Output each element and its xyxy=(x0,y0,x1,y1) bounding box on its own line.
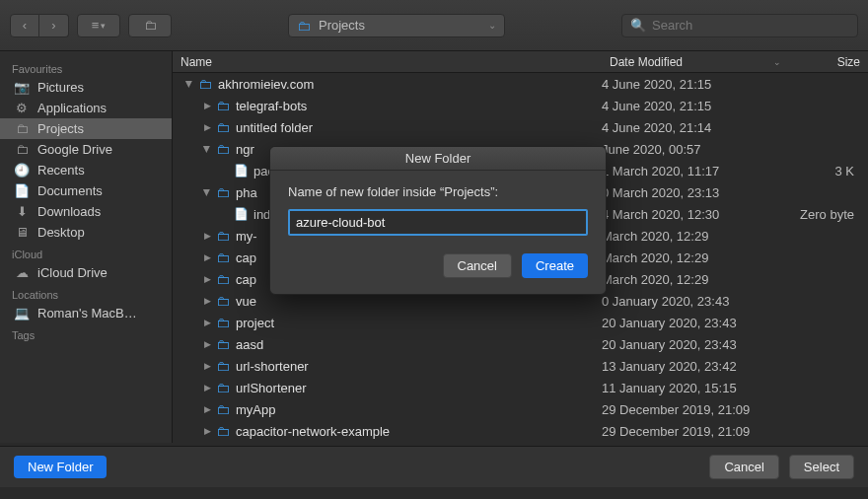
folder-icon: 🗀 xyxy=(216,271,232,287)
sidebar-item-documents[interactable]: 📄Documents xyxy=(0,180,172,201)
file-date: 4 June 2020, 21:14 xyxy=(602,120,789,135)
folder-icon: 🗀 xyxy=(216,141,232,157)
doc-icon: 📄 xyxy=(14,183,30,198)
sidebar-item-label: Roman's MacB… xyxy=(37,306,137,321)
sidebar-section-favourites: Favourites xyxy=(0,57,172,77)
sidebar-item-label: iCloud Drive xyxy=(37,265,108,280)
file-date: 29 December 2019, 21:09 xyxy=(602,402,789,417)
chevron-updown-icon: ⌄ xyxy=(488,20,496,31)
folder-name-input[interactable] xyxy=(288,209,588,236)
disclosure-triangle-icon[interactable]: ▶ xyxy=(202,361,212,371)
sidebar-item-label: Desktop xyxy=(37,225,85,240)
disclosure-triangle-icon[interactable]: ▶ xyxy=(202,404,212,414)
nav-buttons: ‹ › xyxy=(10,14,69,37)
sidebar-item-downloads[interactable]: ⬇Downloads xyxy=(0,201,172,222)
file-row[interactable]: ▶🗀capacitor-network-example29 December 2… xyxy=(173,420,868,442)
dialog-create-button[interactable]: Create xyxy=(522,253,588,278)
list-icon: ≡ xyxy=(92,18,100,33)
column-header-size[interactable]: Size xyxy=(789,55,868,69)
folder-icon: 🗀 xyxy=(216,293,232,309)
file-date: 11 January 2020, 15:15 xyxy=(602,381,789,395)
folder-icon: 🗀 xyxy=(216,250,232,265)
disclosure-triangle-icon[interactable]: ▶ xyxy=(202,122,212,132)
disclosure-triangle-icon[interactable]: ▶ xyxy=(202,383,212,392)
file-date: 20 January 2020, 23:43 xyxy=(602,337,789,352)
file-row[interactable]: ▶🗀aasd20 January 2020, 23:43 xyxy=(173,333,868,355)
select-button[interactable]: Select xyxy=(789,455,854,479)
path-dropdown[interactable]: 🗀 Projects ⌄ xyxy=(288,14,505,37)
disclosure-triangle-icon[interactable]: ▶ xyxy=(202,426,212,436)
file-row[interactable]: ▶🗀myApp29 December 2019, 21:09 xyxy=(173,398,868,420)
chevron-down-icon: ▾ xyxy=(101,21,106,31)
file-name: telegraf-bots xyxy=(236,99,307,113)
sidebar-item-google-drive[interactable]: 🗀Google Drive xyxy=(0,139,172,160)
folder-icon: 🗀 xyxy=(144,18,157,33)
sidebar-item-recents[interactable]: 🕘Recents xyxy=(0,160,172,180)
file-row[interactable]: ▶🗀telegraf-bots4 June 2020, 21:15 xyxy=(173,95,868,116)
new-folder-button[interactable]: New Folder xyxy=(14,456,107,478)
chevron-down-icon: ⌄ xyxy=(773,57,781,67)
folder-icon: 🗀 xyxy=(297,18,313,34)
back-button[interactable]: ‹ xyxy=(10,14,39,37)
file-date: March 2020, 12:29 xyxy=(602,272,789,287)
disclosure-triangle-icon[interactable]: ▶ xyxy=(202,339,212,349)
dialog-cancel-button[interactable]: Cancel xyxy=(443,253,512,278)
disclosure-triangle-icon[interactable]: ▶ xyxy=(202,187,212,197)
file-name: pha xyxy=(236,185,257,200)
disclosure-triangle-icon[interactable]: ▶ xyxy=(202,231,212,241)
column-header-name[interactable]: Name xyxy=(173,55,602,69)
file-date: June 2020, 00:57 xyxy=(602,142,789,157)
cancel-button[interactable]: Cancel xyxy=(709,455,778,479)
file-date: 0 January 2020, 23:43 xyxy=(602,294,789,309)
column-header-date[interactable]: Date Modified ⌄ xyxy=(602,55,789,69)
folder-icon: 🗀 xyxy=(216,98,232,113)
file-row[interactable]: ▶🗀urlShortener11 January 2020, 15:15 xyxy=(173,377,868,398)
folder-icon: 🗀 xyxy=(216,228,232,244)
file-date: 4 June 2020, 21:15 xyxy=(602,99,789,113)
sidebar-item-projects[interactable]: 🗀Projects xyxy=(0,118,172,139)
file-row[interactable]: ▶🗀akhromieiev.com4 June 2020, 21:15 xyxy=(173,73,868,95)
sidebar-item-applications[interactable]: ⚙Applications xyxy=(0,98,172,118)
file-name: akhromieiev.com xyxy=(218,77,314,92)
folder-icon: 🗀 xyxy=(14,142,30,157)
disclosure-triangle-icon[interactable]: ▶ xyxy=(202,101,212,110)
folder-icon: 🗀 xyxy=(198,76,214,92)
folder-icon: 🗀 xyxy=(14,121,30,136)
disclosure-triangle-icon[interactable]: ▶ xyxy=(202,274,212,284)
toolbar: ‹ › ≡ ▾ 🗀 🗀 Projects ⌄ 🔍 xyxy=(0,0,868,51)
search-icon: 🔍 xyxy=(630,18,646,33)
disclosure-triangle-icon[interactable]: ▶ xyxy=(202,252,212,262)
file-row[interactable]: ▶🗀project20 January 2020, 23:43 xyxy=(173,312,868,333)
sidebar-section-tags: Tags xyxy=(0,323,172,343)
search-input[interactable] xyxy=(652,18,849,33)
folder-icon: 🗀 xyxy=(216,119,232,135)
file-name: aasd xyxy=(236,337,263,352)
sidebar-item-desktop[interactable]: 🖥Desktop xyxy=(0,222,172,243)
chevron-left-icon: ‹ xyxy=(23,18,27,33)
clock-icon: 🕘 xyxy=(14,163,30,178)
file-name: untitled folder xyxy=(236,120,313,135)
folder-icon: 🗀 xyxy=(216,184,232,200)
disclosure-triangle-icon[interactable]: ▶ xyxy=(184,79,194,89)
file-row[interactable]: ▶🗀untitled folder4 June 2020, 21:14 xyxy=(173,116,868,138)
path-label: Projects xyxy=(319,18,365,33)
folder-icon: 🗀 xyxy=(216,315,232,330)
sidebar-item-label: Recents xyxy=(37,163,85,178)
file-row[interactable]: ▶🗀url-shortener13 January 2020, 23:42 xyxy=(173,355,868,377)
cloud-icon: ☁ xyxy=(14,265,30,280)
group-button[interactable]: 🗀 xyxy=(128,14,172,37)
sidebar-item-icloud-drive[interactable]: ☁iCloud Drive xyxy=(0,262,172,283)
sidebar-item-roman-s-macb-[interactable]: 💻Roman's MacB… xyxy=(0,303,172,323)
file-row[interactable]: ▶🗀toh-pt529 December 2019, 21:09 xyxy=(173,442,868,443)
view-mode-button[interactable]: ≡ ▾ xyxy=(77,14,120,37)
chevron-right-icon: › xyxy=(51,18,55,33)
forward-button[interactable]: › xyxy=(39,14,69,37)
dialog-title: New Folder xyxy=(270,147,606,171)
file-date: 4 March 2020, 12:30 xyxy=(602,207,789,222)
search-field[interactable]: 🔍 xyxy=(621,14,858,37)
disclosure-triangle-icon[interactable]: ▶ xyxy=(202,144,212,154)
disclosure-triangle-icon[interactable]: ▶ xyxy=(202,318,212,327)
sidebar-item-label: Applications xyxy=(37,101,107,115)
sidebar-item-pictures[interactable]: 📷Pictures xyxy=(0,77,172,98)
disclosure-triangle-icon[interactable]: ▶ xyxy=(202,296,212,306)
